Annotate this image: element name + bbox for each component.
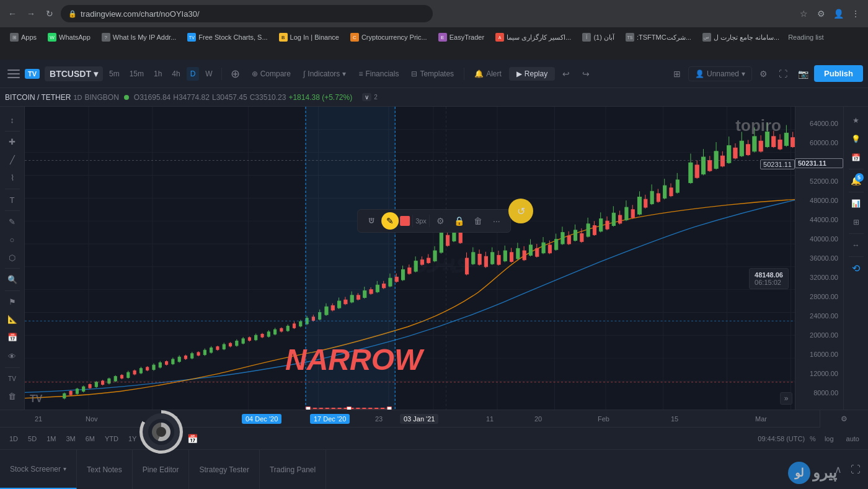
unnamed-button[interactable]: 👤 Unnamed ▾	[688, 66, 752, 81]
bookmark-aban[interactable]: آ آبان (1)	[577, 32, 619, 43]
layout-manager-icon[interactable]: ⊞	[848, 213, 865, 231]
symbol-selector[interactable]: BTCUSDT ▾	[45, 66, 103, 81]
period-calendar-icon[interactable]: 📅	[185, 431, 200, 446]
zoom-in-tool[interactable]: 🔍	[4, 271, 21, 288]
period-1m[interactable]: 1M	[42, 433, 60, 444]
refresh-button[interactable]: ↻	[42, 6, 57, 21]
tab-trading-panel[interactable]: Trading Panel	[260, 450, 326, 489]
date-03jan: 03 Jan '21	[400, 414, 438, 424]
bookmark-aksir[interactable]: A اکسیر کارگزاری سیما...	[490, 32, 576, 43]
forward-button[interactable]: →	[24, 6, 38, 21]
eye-tool[interactable]: 👁	[4, 348, 21, 365]
ruler-tool[interactable]: 📐	[4, 312, 21, 328]
period-6m[interactable]: 6M	[81, 433, 99, 444]
dt-lock-btn[interactable]: 🔒	[451, 212, 468, 230]
percent-label[interactable]: %	[810, 435, 816, 442]
trash-tool[interactable]: 🗑	[4, 388, 21, 405]
bookmark-binance[interactable]: B Log In | Binance	[274, 32, 344, 43]
watchlist-icon[interactable]: ★	[848, 112, 865, 129]
notification-icon[interactable]: 🔔 5	[848, 172, 865, 189]
svg-rect-240	[746, 145, 750, 155]
bookmark-tsftmc[interactable]: TS :TSFTMCشرکت...	[621, 32, 696, 43]
channel-tool[interactable]: ⌇	[4, 169, 21, 186]
address-bar[interactable]: 🔒 tradingview.com/chart/noOYIa30/	[61, 5, 433, 22]
bookmark-whatsapp[interactable]: W WhatsApp	[43, 32, 95, 43]
bottom-toolbar: 1D 5D 1M 3M 6M YTD 1Y 5Y All 📅 09:44:58 …	[0, 427, 868, 449]
active-tool-indicator[interactable]: ↺	[508, 199, 533, 223]
ideas-icon[interactable]: 💡	[848, 130, 865, 148]
panel-collapse-btn[interactable]: ∧	[831, 462, 846, 477]
hamburger-menu[interactable]	[5, 65, 22, 83]
calendar-tool[interactable]: 📅	[4, 329, 21, 346]
profile-icon[interactable]: 👤	[831, 6, 846, 21]
auto-button[interactable]: auto	[843, 434, 863, 444]
svg-rect-222	[689, 163, 693, 182]
bookmark-apps[interactable]: ⊞ Apps	[5, 32, 42, 43]
bookmark-crypto[interactable]: C Cryptocurrency Pric...	[345, 32, 432, 43]
panel-fullscreen-btn[interactable]: ⛶	[848, 462, 863, 477]
publish-button[interactable]: Publish	[814, 65, 863, 82]
arrows-icon[interactable]: ⟲	[848, 259, 865, 277]
connect-icon[interactable]: ↔	[848, 236, 865, 254]
flag-tool[interactable]: ⚑	[4, 294, 21, 310]
fullscreen-icon[interactable]: ⛶	[774, 65, 792, 83]
bookmark-samaneh[interactable]: س سامانه جامع تجارت ل...	[698, 32, 784, 43]
expand-right-btn[interactable]: »	[780, 392, 792, 405]
timeframe-w[interactable]: W	[202, 67, 216, 81]
color-swatch[interactable]	[400, 216, 410, 226]
screenshot-icon[interactable]: 📷	[794, 65, 812, 83]
menu-icon[interactable]: ⋮	[848, 6, 863, 21]
chart-area[interactable]: لوپیرو topiro NARROW ↺	[25, 107, 843, 410]
period-1d[interactable]: 1D	[5, 433, 22, 444]
crosshair-tool[interactable]: ✚	[4, 134, 21, 151]
pencil-active-btn[interactable]: ✎	[381, 212, 399, 230]
timeframe-d[interactable]: D	[187, 67, 200, 81]
tsftmc-label: :TSFTMCشرکت...	[637, 34, 691, 42]
undo-button[interactable]: ↩	[557, 65, 575, 83]
svg-rect-32	[89, 384, 91, 388]
tab-strategy-tester[interactable]: Strategy Tester	[189, 450, 259, 489]
period-3m[interactable]: 3M	[61, 433, 79, 444]
alert-button[interactable]: 🔔 Alert	[469, 67, 507, 81]
calendar-icon[interactable]: 📅	[848, 149, 865, 166]
compare-button[interactable]: ⊕ Compare	[247, 67, 296, 81]
back-button[interactable]: ←	[5, 6, 20, 21]
date-axis-settings[interactable]: ⚙	[820, 410, 868, 428]
dt-settings-btn[interactable]: ⚙	[432, 212, 450, 230]
cursor-tool[interactable]: ↕	[4, 112, 21, 128]
settings-icon[interactable]: ⚙	[755, 65, 772, 83]
replay-button[interactable]: ▶ Replay	[509, 67, 555, 81]
log-button[interactable]: log	[821, 434, 838, 444]
timeframe-1h[interactable]: 1h	[150, 67, 166, 81]
financials-button[interactable]: ≡ Financials	[353, 67, 404, 81]
dt-more-btn[interactable]: ···	[488, 212, 505, 230]
timeframe-15m[interactable]: 15m	[126, 67, 148, 81]
period-ytd[interactable]: YTD	[100, 433, 123, 444]
measure-tool[interactable]: ⬡	[4, 249, 21, 266]
bookmark-tv[interactable]: TV Free Stock Charts, S...	[182, 32, 272, 43]
calculator-icon[interactable]: 📊	[848, 195, 865, 212]
tab-stock-screener[interactable]: Stock Screener ▾	[0, 450, 77, 489]
indicators-button[interactable]: ∫ Indicators ▾	[298, 67, 351, 81]
svg-rect-156	[472, 253, 475, 264]
reading-list[interactable]: Reading list	[788, 34, 823, 41]
trend-line-tool[interactable]: ╱	[4, 151, 21, 168]
shape-tool[interactable]: ○	[4, 231, 21, 248]
redo-button[interactable]: ↪	[577, 65, 595, 83]
extension-icon[interactable]: ⚙	[813, 6, 828, 21]
dt-delete-btn[interactable]: 🗑	[469, 212, 487, 230]
bookmark-ip[interactable]: ? What Is My IP Addr...	[97, 32, 182, 43]
timeframe-5m[interactable]: 5m	[105, 67, 123, 81]
templates-button[interactable]: ⊟ Templates	[406, 67, 459, 81]
add-indicator-icon[interactable]: ⊕	[227, 65, 244, 83]
expand-info[interactable]: ∨	[362, 93, 371, 101]
period-5d[interactable]: 5D	[24, 433, 41, 444]
star-icon[interactable]: ☆	[796, 6, 811, 21]
text-tool[interactable]: T	[4, 192, 21, 209]
timeframe-4h[interactable]: 4h	[168, 67, 184, 81]
magnet-tool-btn[interactable]	[363, 212, 380, 230]
tab-text-notes[interactable]: Text Notes	[77, 450, 133, 489]
bookmark-easytrader[interactable]: E EasyTrader	[433, 32, 489, 43]
layout-icon[interactable]: ⊞	[668, 65, 686, 83]
brush-tool[interactable]: ✎	[4, 213, 21, 230]
